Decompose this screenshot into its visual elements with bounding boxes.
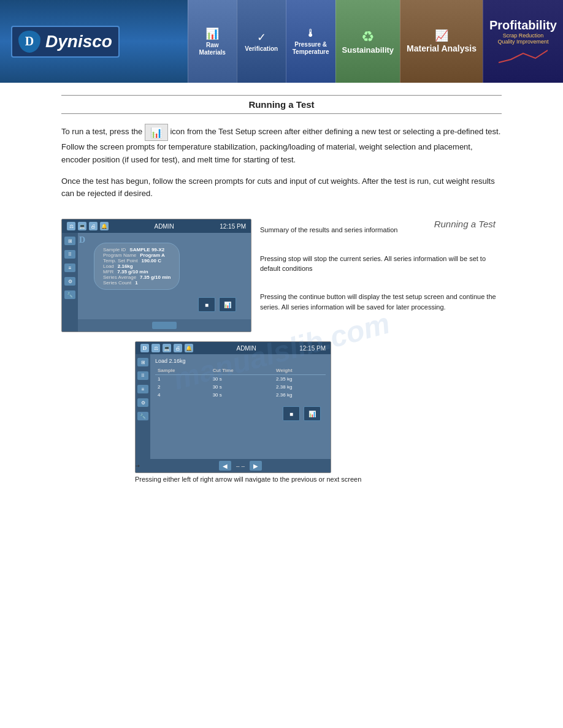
nav-tab-verification[interactable]: ✓ Verification <box>237 0 286 83</box>
screen1-temp-row: Temp. Set Point 190.00 C <box>103 258 170 264</box>
screen2-bell-icon: 🔔 <box>185 344 193 352</box>
sidebar-gear-icon[interactable]: ⚙ <box>64 277 75 286</box>
temp-val: 190.00 C <box>141 258 161 264</box>
screen2-wrapper: D ⚖ 💻 🖨 🔔 ADMIN 12:15 PM ⊞ ⠿ ≡ <box>135 341 502 473</box>
topbar-balance-icon: ⚖ <box>67 222 75 230</box>
sustainability-icon: ♻ <box>361 28 375 45</box>
screen2-sidebar-nodes[interactable]: ⠿ <box>137 371 148 380</box>
screen2-topbar: D ⚖ 💻 🖨 🔔 ADMIN 12:15 PM <box>136 342 331 354</box>
series-avg-label: Series Average <box>103 275 136 280</box>
section-title: Running a Test <box>248 99 314 110</box>
screen2-sidebar-home[interactable]: ⊞ <box>137 358 148 366</box>
table-row: 4 30 s 2.36 kg <box>155 391 326 399</box>
nav-tab-profitability[interactable]: Profitability Scrap ReductionQuality Imp… <box>483 0 563 83</box>
nav-tab-verification-label: Verification <box>245 45 278 53</box>
sample-id-val: SAMPLE 99-X2 <box>129 247 164 252</box>
cell-sample-4: 4 <box>155 391 210 399</box>
screen2-device: D ⚖ 💻 🖨 🔔 ADMIN 12:15 PM ⊞ ⠿ ≡ <box>135 341 331 473</box>
nav-dots: – – <box>236 463 245 469</box>
topbar-pc-icon: 💻 <box>78 222 86 230</box>
arrow-indicator: → <box>135 460 142 471</box>
screen2-topbar-d: D <box>140 344 149 352</box>
body-paragraph-1: To run a test, press the 📊 icon from the… <box>61 124 502 167</box>
pressure-icon: 🌡 <box>305 27 316 40</box>
logo-brand-text: Dynisco <box>45 32 112 51</box>
nav-left-arrow-button[interactable]: ◀ <box>219 461 231 471</box>
screen2-run-button[interactable]: 📊 <box>304 406 321 421</box>
nav-right-arrow-button[interactable]: ▶ <box>250 461 262 471</box>
screen1-tray-item <box>152 322 177 329</box>
nav-tab-sustainability-label: Sustainability <box>342 45 394 55</box>
screen2-load: Load 2.16kg <box>155 358 326 364</box>
screen1-series-count-row: Series Count 1 <box>103 280 170 286</box>
screen2-user: ADMIN <box>236 345 256 352</box>
cell-sample-1: 1 <box>155 375 210 384</box>
table-header-row: Sample Cut Time Weight <box>155 366 326 375</box>
screen2-sidebar-gear[interactable]: ⚙ <box>137 398 148 407</box>
sidebar-home-icon[interactable]: ⊞ <box>64 237 75 245</box>
program-name-val: Program A <box>140 252 165 258</box>
annotation-stop: Pressing stop will stop the current seri… <box>260 254 502 274</box>
sidebar-tool-icon[interactable]: 🔧 <box>64 290 75 299</box>
sidebar-nodes-icon[interactable]: ⠿ <box>64 250 75 259</box>
body-text-before-icon: To run a test, press the <box>61 127 142 136</box>
annotation-summary-text: Summary of the results and series inform… <box>260 226 397 233</box>
screen1-topbar-icons: ⚖ 💻 🖨 🔔 <box>67 222 109 230</box>
screen1-annotations: Summary of the results and series inform… <box>251 219 502 312</box>
bottom-annotation: Pressing either left of right arrow will… <box>135 476 502 483</box>
nav-tab-sustainability[interactable]: ♻ Sustainability <box>335 0 400 83</box>
page: D Dynisco 📊 RawMaterials ✓ Verification … <box>0 0 563 507</box>
temp-label: Temp. Set Point <box>103 258 137 264</box>
screen2-balance-icon: ⚖ <box>151 344 160 352</box>
screen1-user: ADMIN <box>154 223 174 230</box>
nav-tab-pressure-label: Pressure &Temperature <box>293 41 329 56</box>
program-name-label: Program Name <box>103 252 136 258</box>
cell-cuttime-2: 30 s <box>210 383 274 391</box>
screen2-topbar-icons: D ⚖ 💻 🖨 🔔 <box>140 344 193 352</box>
nav-tab-raw-materials[interactable]: 📊 RawMaterials <box>188 0 237 83</box>
table-body: 1 30 s 2.35 kg 2 30 s 2.38 kg <box>155 375 326 400</box>
screen1-bottom-tray <box>78 319 251 332</box>
cell-cuttime-1: 30 s <box>210 375 274 384</box>
sidebar-list-icon[interactable]: ≡ <box>64 264 75 272</box>
run-button[interactable]: 📊 <box>219 297 236 312</box>
topbar-bell-icon: 🔔 <box>100 222 109 230</box>
screen1-time: 12:15 PM <box>220 223 246 230</box>
nav-tab-raw-materials-label: RawMaterials <box>199 42 226 56</box>
screen2-table: Sample Cut Time Weight 1 30 s 2.35 kg <box>155 366 326 399</box>
stop-button[interactable]: ■ <box>198 297 215 312</box>
cell-weight-2: 2.38 kg <box>274 383 326 391</box>
screenshots-container: manualslib.com Running a Test ⚖ 💻 🖨 🔔 AD… <box>61 219 502 483</box>
screenshot-italic-title: Running a Test <box>434 219 496 229</box>
annotation-continue: Pressing the continue button will displa… <box>260 292 502 312</box>
col-cut-time: Cut Time <box>210 366 274 375</box>
screen2-stop-button[interactable]: ■ <box>283 406 300 421</box>
verification-icon: ✓ <box>257 31 266 44</box>
series-count-val: 1 <box>135 280 137 286</box>
screen2-sidebar-list[interactable]: ≡ <box>137 385 148 393</box>
screen1-buttons: ■ 📊 <box>94 295 241 314</box>
section-title-bar: Running a Test <box>61 95 502 114</box>
screen2-sidebar-tool[interactable]: 🔧 <box>137 412 148 420</box>
screen1-mfr-row: MFR 7.35 g/10 min <box>103 269 170 275</box>
topbar-print-icon: 🖨 <box>89 222 98 230</box>
cell-weight-1: 2.35 kg <box>274 375 326 384</box>
screen1-load-row: Load 2.16kg <box>103 264 170 269</box>
raw-materials-icon: 📊 <box>205 27 219 40</box>
nav-tab-pressure-temperature[interactable]: 🌡 Pressure &Temperature <box>286 0 335 83</box>
header-nav: 📊 RawMaterials ✓ Verification 🌡 Pressure… <box>188 0 563 83</box>
nav-annotation-text: Pressing either left of right arrow will… <box>135 476 361 483</box>
cell-sample-2: 2 <box>155 383 210 391</box>
nav-tab-material-analysis[interactable]: 📈 Material Analysis <box>400 0 483 83</box>
load-label: Load <box>103 264 114 269</box>
screen1-d-logo: D <box>79 235 85 245</box>
screen2-buttons: ■ 📊 <box>155 404 326 423</box>
screen2-sidebar: ⊞ ⠿ ≡ ⚙ 🔧 <box>136 354 150 472</box>
mfr-val: 7.35 g/10 min <box>117 269 148 275</box>
screen1-series-avg-row: Series Average 7.35 g/10 min <box>103 275 170 280</box>
col-weight: Weight <box>274 366 326 375</box>
screen2-print-icon: 🖨 <box>174 344 182 352</box>
load-val: 2.16kg <box>118 264 133 269</box>
screen1-info-area: Sample ID SAMPLE 99-X2 Program Name Prog… <box>94 243 246 314</box>
screen1-topbar: ⚖ 💻 🖨 🔔 ADMIN 12:15 PM <box>62 219 251 233</box>
